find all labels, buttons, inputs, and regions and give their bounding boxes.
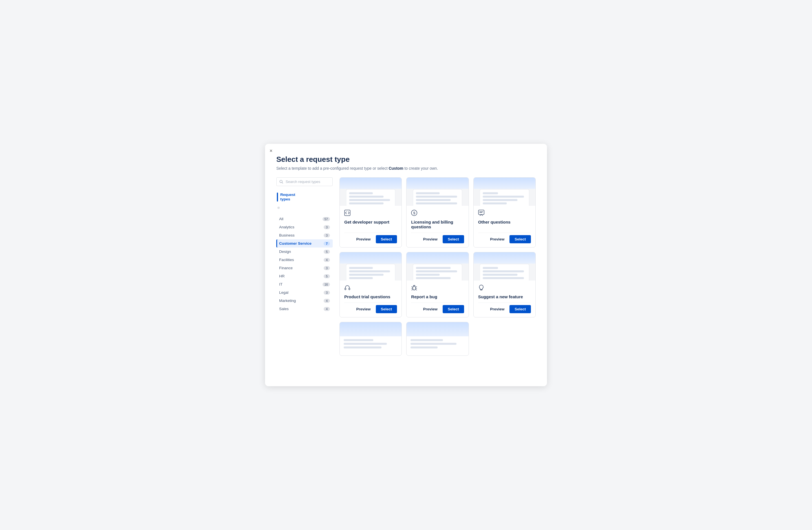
search-input[interactable] [286,180,330,184]
sidebar-item-legal-count: 3 [324,291,330,295]
card-preview-top-bar [474,178,535,189]
cards-grid: Get developer support Preview Select [339,177,536,318]
sidebar-item-all[interactable]: All 57 [276,215,333,223]
sidebar-item-hr-count: 5 [324,274,330,278]
card-developer-support-select-button[interactable]: Select [376,235,397,243]
sidebar-item-facilities[interactable]: Facilities 4 [276,256,333,264]
card-other-questions-actions: Preview Select [478,233,531,243]
card-developer-support-actions: Preview Select [344,233,397,243]
card-suggest-feature-actions: Preview Select [478,303,531,313]
partial-cards-row [339,322,536,356]
sidebar-item-business[interactable]: Business 3 [276,231,333,239]
sidebar-item-finance[interactable]: Finance 3 [276,264,333,272]
card-report-bug: Report a bug Preview Select [406,252,468,318]
preview-line [349,192,373,194]
sidebar-item-legal-label: Legal [279,290,288,295]
card-report-bug-preview-button[interactable]: Preview [420,305,440,313]
preview-line [483,196,524,197]
sidebar-item-sales[interactable]: Sales 4 [276,305,333,313]
card-licensing-billing-body: $ Licensing and billing questions Previe… [407,206,468,247]
card-other-questions-select-button[interactable]: Select [509,235,531,243]
search-box[interactable] [276,177,333,186]
card-other-questions: Other questions Preview Select [474,177,536,248]
sidebar-item-finance-label: Finance [279,266,293,270]
sidebar-item-analytics[interactable]: Analytics 3 [276,223,333,231]
sidebar-item-hr[interactable]: HR 5 [276,272,333,280]
sidebar-item-analytics-count: 3 [324,225,330,229]
card-product-trial: Product trial questions Preview Select [339,252,402,318]
preview-line [344,347,381,349]
preview-line [344,339,373,341]
sidebar-item-design-label: Design [279,250,291,254]
card-report-bug-actions: Preview Select [411,303,464,313]
card-developer-support-preview-button[interactable]: Preview [353,235,374,243]
preview-line [416,274,439,276]
card-report-bug-body: Report a bug Preview Select [407,280,468,317]
preview-line [416,202,457,204]
sidebar-item-facilities-count: 4 [324,258,330,262]
search-icon [279,180,284,184]
preview-line [416,267,451,269]
sidebar-item-design[interactable]: Design 5 [276,248,333,256]
sidebar-item-sales-count: 4 [324,307,330,311]
sidebar-item-marketing[interactable]: Marketing 4 [276,297,333,305]
partial-card-preview-top [407,322,468,336]
card-preview-inner [480,189,529,206]
sidebar-item-customer-service-count: 7 [324,241,330,246]
preview-line [483,199,518,201]
card-developer-support-body: Get developer support Preview Select [340,206,402,247]
sidebar-top-nav: Requesttypes [276,191,333,210]
card-other-questions-title: Other questions [478,220,531,229]
card-developer-support-preview-image [340,178,402,206]
card-preview-top-bar [407,252,468,264]
svg-point-10 [413,286,416,290]
sidebar-item-sales-label: Sales [279,307,289,311]
card-report-bug-title: Report a bug [411,294,464,299]
sidebar-item-it[interactable]: IT 16 [276,280,333,289]
preview-line [416,196,457,197]
modal-title: Select a request type [276,155,536,164]
card-licensing-billing-select-button[interactable]: Select [443,235,464,243]
svg-rect-8 [345,288,346,290]
preview-line [416,270,457,272]
svg-line-11 [412,287,413,287]
card-product-trial-actions: Preview Select [344,303,397,313]
preview-line [416,199,451,201]
preview-line [483,202,507,204]
partial-card-preview-top [340,322,402,336]
card-preview-top-bar [474,252,535,264]
sidebar-item-finance-count: 3 [324,266,330,270]
card-other-questions-body: Other questions Preview Select [474,206,535,247]
sidebar-item-request-types[interactable]: Requesttypes [276,191,333,203]
card-product-trial-preview-button[interactable]: Preview [353,305,374,313]
sidebar-item-other[interactable] [276,205,333,210]
modal-subtitle: Select a template to add a pre-configure… [276,166,536,171]
card-product-trial-select-button[interactable]: Select [376,305,397,313]
card-other-questions-preview-image [474,178,535,206]
partial-card-1 [339,322,402,356]
svg-text:$: $ [413,211,416,215]
card-other-questions-preview-button[interactable]: Preview [487,235,507,243]
preview-line [349,202,384,204]
close-button[interactable]: × [270,148,273,153]
preview-line [410,339,443,341]
svg-line-12 [416,287,417,287]
sidebar-item-customer-service[interactable]: Customer Service 7 [276,239,333,248]
preview-line [416,277,451,279]
card-licensing-billing-preview-button[interactable]: Preview [420,235,440,243]
card-preview-inner [480,264,529,280]
sidebar-item-it-label: IT [279,282,282,286]
card-preview-inner [413,264,462,280]
card-suggest-feature-preview-button[interactable]: Preview [487,305,507,313]
sidebar-item-marketing-label: Marketing [279,298,296,303]
preview-line [483,274,518,276]
card-preview-inner [413,189,462,206]
dollar-circle-icon: $ [411,210,464,217]
svg-rect-5 [478,210,484,215]
preview-line [349,196,384,197]
card-suggest-feature-select-button[interactable]: Select [509,305,531,313]
preview-line [483,192,498,194]
sidebar-item-legal[interactable]: Legal 3 [276,289,333,297]
preview-line [483,267,498,269]
card-report-bug-select-button[interactable]: Select [443,305,464,313]
